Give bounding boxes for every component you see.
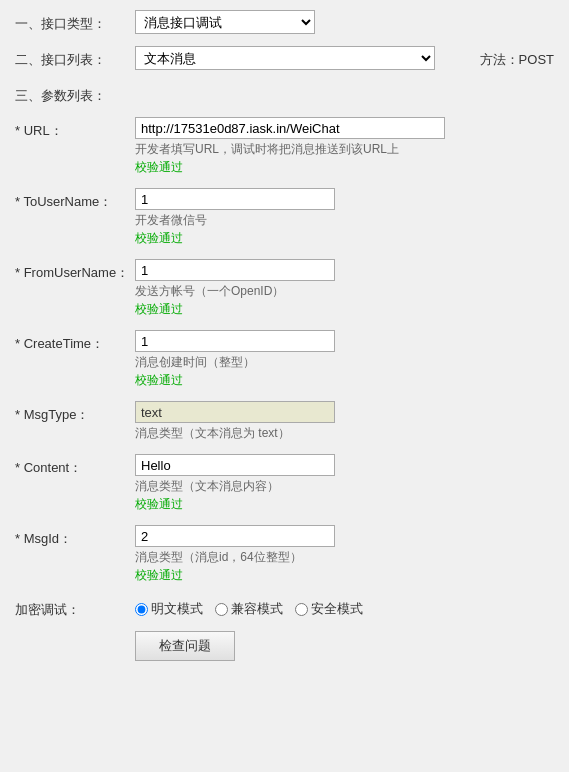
from-user-name-label: * FromUserName：	[15, 259, 135, 282]
encrypt-plaintext-label: 明文模式	[151, 600, 203, 618]
content-input[interactable]	[135, 454, 335, 476]
url-validate: 校验通过	[135, 159, 554, 176]
encrypt-safe-label: 安全模式	[311, 600, 363, 618]
msg-type-row: * MsgType： 消息类型（文本消息为 text）	[15, 401, 554, 442]
section1-label: 一、接口类型：	[15, 10, 135, 33]
section2-row: 二、接口列表： 文本消息 方法：POST	[15, 46, 554, 70]
create-time-input[interactable]	[135, 330, 335, 352]
section1-content: 消息接口调试	[135, 10, 554, 34]
to-user-name-row: * ToUserName： 开发者微信号 校验通过	[15, 188, 554, 247]
msg-type-group: 消息类型（文本消息为 text）	[135, 401, 554, 442]
encrypt-radio-safe[interactable]	[295, 603, 308, 616]
encrypt-option-compat[interactable]: 兼容模式	[215, 600, 283, 618]
content-hint: 消息类型（文本消息内容）	[135, 478, 554, 495]
msg-id-label: * MsgId：	[15, 525, 135, 548]
encrypt-radio-plaintext[interactable]	[135, 603, 148, 616]
from-user-name-row: * FromUserName： 发送方帐号（一个OpenID） 校验通过	[15, 259, 554, 318]
from-user-name-hint: 发送方帐号（一个OpenID）	[135, 283, 554, 300]
to-user-name-input[interactable]	[135, 188, 335, 210]
section2-label: 二、接口列表：	[15, 46, 135, 69]
url-input[interactable]	[135, 117, 445, 139]
encrypt-option-plaintext[interactable]: 明文模式	[135, 600, 203, 618]
msg-id-validate: 校验通过	[135, 567, 554, 584]
msg-id-row: * MsgId： 消息类型（消息id，64位整型） 校验通过	[15, 525, 554, 584]
encrypt-label: 加密调试：	[15, 596, 135, 619]
msg-type-input	[135, 401, 335, 423]
msg-id-group: 消息类型（消息id，64位整型） 校验通过	[135, 525, 554, 584]
create-time-label: * CreateTime：	[15, 330, 135, 353]
msg-id-hint: 消息类型（消息id，64位整型）	[135, 549, 554, 566]
to-user-name-hint: 开发者微信号	[135, 212, 554, 229]
url-row: * URL： 开发者填写URL，调试时将把消息推送到该URL上 校验通过	[15, 117, 554, 176]
msg-type-hint: 消息类型（文本消息为 text）	[135, 425, 554, 442]
method-label: 方法：POST	[480, 46, 554, 69]
from-user-name-group: 发送方帐号（一个OpenID） 校验通过	[135, 259, 554, 318]
to-user-name-label: * ToUserName：	[15, 188, 135, 211]
encrypt-compat-label: 兼容模式	[231, 600, 283, 618]
section3-row: 三、参数列表：	[15, 82, 554, 105]
section2-content: 文本消息	[135, 46, 472, 70]
api-list-select[interactable]: 文本消息	[135, 46, 435, 70]
create-time-row: * CreateTime： 消息创建时间（整型） 校验通过	[15, 330, 554, 389]
content-label: * Content：	[15, 454, 135, 477]
encrypt-radio-group: 明文模式 兼容模式 安全模式	[135, 596, 554, 618]
create-time-hint: 消息创建时间（整型）	[135, 354, 554, 371]
url-group: 开发者填写URL，调试时将把消息推送到该URL上 校验通过	[135, 117, 554, 176]
section3-label: 三、参数列表：	[15, 82, 135, 105]
url-hint: 开发者填写URL，调试时将把消息推送到该URL上	[135, 141, 554, 158]
content-row: * Content： 消息类型（文本消息内容） 校验通过	[15, 454, 554, 513]
create-time-validate: 校验通过	[135, 372, 554, 389]
create-time-group: 消息创建时间（整型） 校验通过	[135, 330, 554, 389]
encrypt-radio-compat[interactable]	[215, 603, 228, 616]
interface-type-select[interactable]: 消息接口调试	[135, 10, 315, 34]
to-user-name-group: 开发者微信号 校验通过	[135, 188, 554, 247]
msg-type-label: * MsgType：	[15, 401, 135, 424]
encrypt-content: 明文模式 兼容模式 安全模式	[135, 596, 554, 618]
encrypt-row: 加密调试： 明文模式 兼容模式 安全模式	[15, 596, 554, 619]
msg-id-input[interactable]	[135, 525, 335, 547]
content-group: 消息类型（文本消息内容） 校验通过	[135, 454, 554, 513]
url-label: * URL：	[15, 117, 135, 140]
encrypt-option-safe[interactable]: 安全模式	[295, 600, 363, 618]
content-validate: 校验通过	[135, 496, 554, 513]
check-button[interactable]: 检查问题	[135, 631, 235, 661]
section1-row: 一、接口类型： 消息接口调试	[15, 10, 554, 34]
to-user-name-validate: 校验通过	[135, 230, 554, 247]
from-user-name-validate: 校验通过	[135, 301, 554, 318]
from-user-name-input[interactable]	[135, 259, 335, 281]
